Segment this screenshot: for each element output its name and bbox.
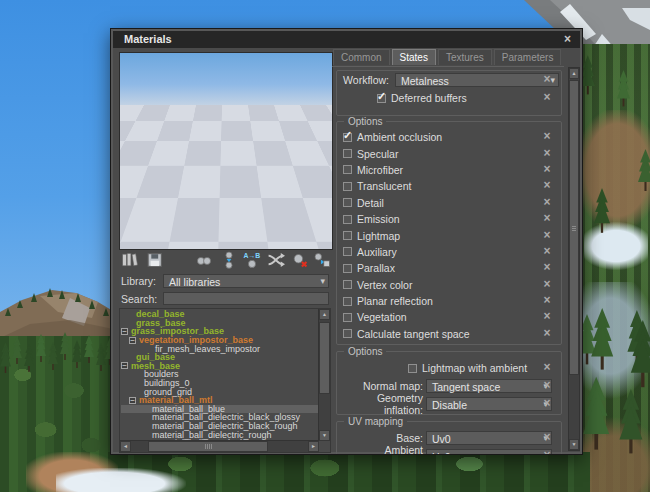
remove-row-button[interactable]: × [541,229,553,242]
remove-row-button[interactable]: × [541,147,553,160]
tab-states[interactable]: States [392,49,436,65]
option-label: Emission [357,213,400,225]
workflow-group: Workflow: Metalness ▾ × ✓ Deferred buffe… [336,70,562,116]
remove-row-button[interactable]: × [541,91,553,104]
remove-row-button[interactable]: × [541,261,553,274]
get-from-selection-icon[interactable] [220,251,238,269]
swap-materials-icon[interactable] [267,251,285,269]
scroll-right-icon[interactable]: ► [308,441,319,452]
material-toolbar: A→B [119,251,331,271]
remove-material-icon[interactable] [291,251,309,269]
option-checkbox[interactable]: ✓ [343,297,352,306]
remove-row-button[interactable]: × [541,449,553,455]
deferred-buffers-row: ✓ Deferred buffers × [337,89,561,107]
option-checkbox[interactable]: ✓ [343,264,352,273]
scroll-up-icon[interactable]: ▲ [569,68,579,79]
remove-row-button[interactable]: × [541,397,553,410]
deferred-buffers-checkbox[interactable]: ✓ [377,94,386,103]
option-checkbox[interactable]: ✓ [343,329,352,338]
normal-map-select[interactable]: Tangent space ▾ [426,379,552,393]
remove-row-button[interactable]: × [541,327,553,340]
library-select[interactable]: All libraries ▾ [163,274,329,288]
expander-icon[interactable]: − [121,362,128,369]
remove-row-button[interactable]: × [541,294,553,307]
lightmap-ambient-checkbox[interactable]: ✓ [408,364,417,373]
scroll-thumb[interactable] [319,322,330,394]
remove-row-button[interactable]: × [541,196,553,209]
remove-row-button[interactable]: × [541,130,553,143]
option-checkbox[interactable]: ✓ [343,231,352,240]
option-row: ✓Vegetation× [337,309,561,325]
materials-window: Materials × [110,28,583,455]
tab-textures[interactable]: Textures [438,49,492,65]
window-title: Materials [124,33,172,45]
uv-ao-select[interactable]: Uv0 ▾ [426,449,552,455]
scroll-thumb[interactable] [569,80,579,375]
tree-rows: −decal_base −grass_base −grass_impostor_… [121,310,318,440]
workflow-value: Metalness [401,75,449,87]
save-library-icon[interactable] [146,251,164,269]
merge-materials-icon[interactable] [195,251,213,269]
remove-row-button[interactable]: × [541,163,553,176]
library-label: Library: [121,275,156,287]
pine-trees-left [0,318,114,378]
remove-row-button[interactable]: × [541,361,553,374]
copy-material-a-to-b-icon[interactable]: A→B [243,251,261,269]
workflow-label: Workflow: [337,74,389,86]
option-row: ✓Planar reflection× [337,293,561,309]
close-icon[interactable]: × [560,32,575,47]
remove-row-button[interactable]: × [541,212,553,225]
material-tree: −decal_base −grass_base −grass_impostor_… [119,308,331,453]
option-label: Lightmap [357,230,400,242]
remove-row-button[interactable]: × [541,379,553,392]
remove-row-button[interactable]: × [541,73,553,86]
remove-row-button[interactable]: × [541,278,553,291]
option-label: Parallax [357,262,395,274]
panel-scrollbar[interactable]: ▲ ▼ [568,67,580,451]
option-checkbox[interactable]: ✓ [343,313,352,322]
library-value: All libraries [169,276,220,288]
remove-row-button[interactable]: × [541,179,553,192]
option-row: ✓Auxiliary× [337,244,561,260]
option-row: ✓Emission× [337,211,561,227]
workflow-select[interactable]: Metalness ▾ [395,73,559,87]
option-row: ✓Microfiber× [337,162,561,178]
expander-icon[interactable]: − [129,397,136,404]
assign-to-object-icon[interactable] [313,251,331,269]
option-label: Planar reflection [357,295,433,307]
tab-common[interactable]: Common [333,49,390,65]
scroll-left-icon[interactable]: ◄ [120,441,131,452]
uv-ao-value: Uv0 [432,451,451,455]
option-checkbox[interactable]: ✓ [343,280,352,289]
expander-icon[interactable]: − [129,337,136,344]
geometry-inflation-select[interactable]: Disable ▾ [426,397,552,411]
scroll-up-icon[interactable]: ▲ [319,309,330,320]
tree-vertical-scrollbar[interactable]: ▲ ▼ [318,309,330,441]
option-row: ✓Lightmap× [337,227,561,243]
material-libraries-icon[interactable] [121,251,139,269]
group-title: Options [344,116,386,127]
checkmark-icon: ✓ [343,129,352,142]
option-checkbox[interactable]: ✓ [343,247,352,256]
title-bar[interactable]: Materials × [113,31,580,48]
remove-row-button[interactable]: × [541,310,553,323]
scroll-down-icon[interactable]: ▼ [319,430,330,441]
scroll-down-icon[interactable]: ▼ [569,439,579,450]
tree-horizontal-scrollbar[interactable]: ◄ ► [120,440,319,452]
expander-icon[interactable]: − [121,328,128,335]
option-checkbox[interactable]: ✓ [343,215,352,224]
scroll-thumb[interactable] [148,441,268,452]
tab-parameters[interactable]: Parameters [494,49,562,65]
option-row: ✓Specular× [337,145,561,161]
option-checkbox[interactable]: ✓ [343,149,352,158]
uv-base-select[interactable]: Uv0 ▾ [426,431,552,445]
option-row: ✓Translucent× [337,178,561,194]
search-input[interactable] [163,292,329,305]
remove-row-button[interactable]: × [541,245,553,258]
option-checkbox[interactable]: ✓ [343,182,352,191]
option-checkbox[interactable]: ✓ [343,165,352,174]
material-preview[interactable] [119,52,333,250]
option-checkbox[interactable]: ✓ [343,198,352,207]
remove-row-button[interactable]: × [541,431,553,444]
option-checkbox[interactable]: ✓ [343,133,352,142]
